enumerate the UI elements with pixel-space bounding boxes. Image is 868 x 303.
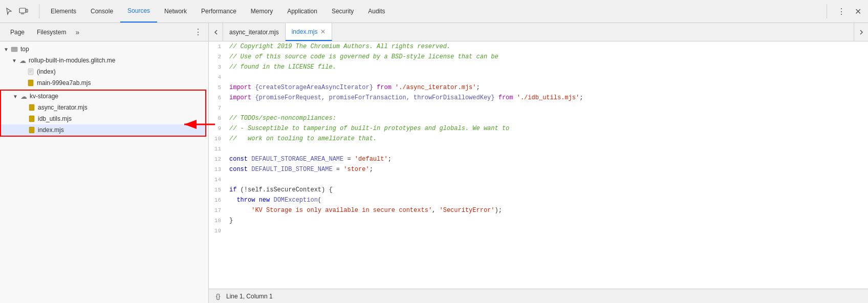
file-icon-index [27, 68, 35, 76]
tree-item-index-mjs[interactable]: index.mjs [1, 124, 205, 136]
cloud-icon-glitch: ☁ [18, 56, 27, 64]
file-icon-main [27, 79, 35, 87]
tree-label-top: top [20, 46, 29, 53]
file-icon-idb-utils [28, 115, 36, 123]
tree-item-top[interactable]: ▼ top [0, 44, 208, 55]
tab-network[interactable]: Network [157, 0, 194, 23]
tree-item-idb-utils[interactable]: idb_utils.mjs [1, 113, 205, 124]
tree-label-idb-utils: idb_utils.mjs [38, 115, 72, 122]
tab-security[interactable]: Security [324, 0, 361, 23]
file-icon-index-mjs [28, 126, 36, 134]
code-line-6: 6 import {promiseForRequest, promiseForT… [209, 93, 868, 103]
toolbar-icons [4, 6, 29, 16]
main-toolbar: Elements Console Sources Network Perform… [0, 0, 868, 23]
tree-item-index[interactable]: (index) [0, 66, 208, 77]
code-line-12: 12 const DEFAULT_STORAGE_AREA_NAME = 'de… [209, 154, 868, 164]
toolbar-end-divider [827, 4, 827, 18]
tab-nav-back-icon[interactable] [209, 23, 223, 41]
toolbar-tabs: Elements Console Sources Network Perform… [44, 0, 393, 23]
code-editor[interactable]: 1 // Copyright 2019 The Chromium Authors… [209, 41, 868, 289]
code-line-10: 10 // work on tooling to ameliorate that… [209, 134, 868, 144]
tab-filesystem[interactable]: Filesystem [31, 23, 72, 41]
code-line-5: 5 import {createStorageAreaAsyncIterator… [209, 82, 868, 93]
tree-label-glitch: rollup-built-in-modules.glitch.me [29, 57, 115, 64]
more-tabs-icon[interactable]: » [72, 23, 82, 41]
tab-nav-end-icon[interactable] [854, 23, 868, 41]
left-panel: Page Filesystem » ⋮ ▼ [0, 23, 209, 303]
tree-item-kv-storage[interactable]: ▼ ☁ kv-storage [1, 91, 205, 102]
left-panel-tabs: Page Filesystem » ⋮ [0, 23, 208, 41]
toolbar-divider [39, 4, 39, 18]
tree-arrow-glitch: ▼ [10, 56, 18, 64]
tree-item-main[interactable]: main-999ea7ab.mjs [0, 77, 208, 89]
code-line-15: 15 if (!self.isSecureContext) { [209, 185, 868, 195]
tab-console[interactable]: Console [83, 0, 120, 23]
code-line-14: 14 [209, 175, 868, 185]
editor-tab-async-iterator[interactable]: async_iterator.mjs [223, 23, 286, 41]
file-icon-async-iterator [28, 103, 36, 112]
more-options-icon[interactable]: ⋮ [835, 5, 848, 17]
file-tree: ▼ top ▼ ☁ rollup-built-in-modules.glitch… [0, 41, 208, 303]
editor-tabs: async_iterator.mjs index.mjs ✕ [209, 23, 868, 41]
tree-arrow-top: ▼ [2, 45, 10, 53]
status-bar: {} Line 1, Column 1 [209, 289, 868, 303]
tab-application[interactable]: Application [280, 0, 324, 23]
code-line-17: 17 'KV Storage is only available in secu… [209, 205, 868, 215]
editor-tab-index-mjs[interactable]: index.mjs ✕ [286, 23, 333, 41]
tab-page[interactable]: Page [4, 23, 31, 41]
svg-rect-1 [26, 9, 28, 12]
tree-label-async-iterator: async_iterator.mjs [38, 104, 88, 111]
tree-label-main: main-999ea7ab.mjs [37, 79, 91, 86]
code-line-4: 4 [209, 72, 868, 82]
tree-label-kv: kv-storage [30, 93, 58, 100]
code-line-19: 19 [209, 226, 868, 236]
code-line-16: 16 throw new DOMException( [209, 195, 868, 205]
left-panel-menu-icon[interactable]: ⋮ [192, 26, 204, 38]
code-line-13: 13 const DEFAULT_IDB_STORE_NAME = 'store… [209, 164, 868, 175]
main-container: Page Filesystem » ⋮ ▼ [0, 23, 868, 303]
right-panel: async_iterator.mjs index.mjs ✕ [209, 23, 868, 303]
code-line-1: 1 // Copyright 2019 The Chromium Authors… [209, 41, 868, 52]
cloud-icon-kv: ☁ [19, 92, 28, 100]
tab-elements[interactable]: Elements [44, 0, 83, 23]
svg-rect-3 [11, 47, 17, 52]
svg-rect-10 [29, 116, 34, 122]
toolbar-end: ⋮ ✕ [822, 4, 864, 18]
code-line-2: 2 // Use of this source code is governed… [209, 52, 868, 62]
close-devtools-icon[interactable]: ✕ [852, 5, 864, 17]
tab-memory[interactable]: Memory [244, 0, 280, 23]
tree-label-index-mjs: index.mjs [38, 126, 64, 134]
tab-performance[interactable]: Performance [194, 0, 244, 23]
code-lines: 1 // Copyright 2019 The Chromium Authors… [209, 41, 868, 236]
tree-label-index: (index) [37, 68, 56, 75]
svg-rect-0 [19, 8, 26, 13]
tree-item-async-iterator[interactable]: async_iterator.mjs [1, 102, 205, 113]
code-line-8: 8 // TODOs/spec-noncompliances: [209, 113, 868, 123]
folder-icon-top [10, 45, 18, 53]
editor-tab-close-icon[interactable]: ✕ [320, 29, 326, 35]
code-line-7: 7 [209, 103, 868, 113]
code-line-18: 18 } [209, 215, 868, 226]
tree-arrow-kv: ▼ [11, 92, 19, 100]
svg-rect-8 [28, 80, 33, 86]
svg-rect-9 [29, 104, 34, 111]
tab-audits[interactable]: Audits [361, 0, 392, 23]
tab-sources[interactable]: Sources [120, 0, 157, 23]
cursor-position: Line 1, Column 1 [226, 293, 273, 300]
device-icon[interactable] [18, 6, 29, 16]
code-line-3: 3 // found in the LICENSE file. [209, 62, 868, 72]
svg-rect-11 [29, 127, 34, 133]
devtools-root: Elements Console Sources Network Perform… [0, 0, 868, 303]
pretty-print-icon[interactable]: {} [213, 291, 223, 301]
svg-rect-4 [28, 69, 33, 75]
cursor-icon[interactable] [4, 6, 14, 16]
code-line-11: 11 [209, 144, 868, 154]
kv-storage-group: ▼ ☁ kv-storage async_iterator.mjs [0, 90, 206, 137]
tree-item-glitch[interactable]: ▼ ☁ rollup-built-in-modules.glitch.me [0, 55, 208, 66]
code-line-9: 9 // - Susceptible to tampering of built… [209, 123, 868, 134]
